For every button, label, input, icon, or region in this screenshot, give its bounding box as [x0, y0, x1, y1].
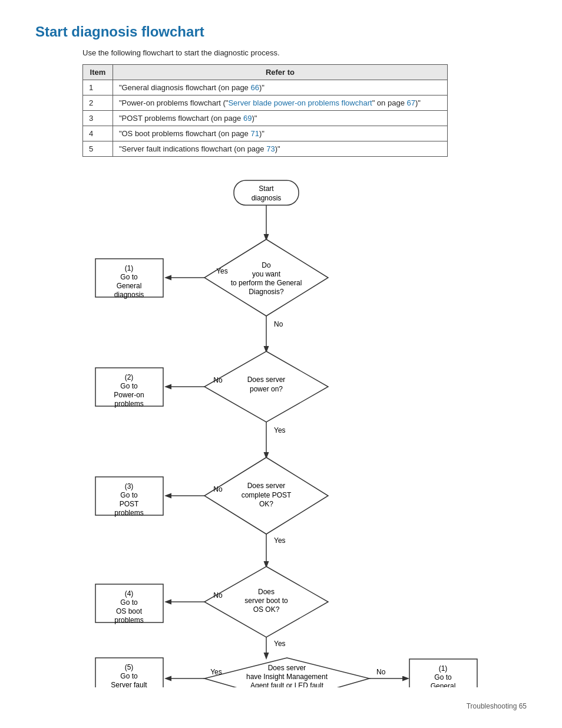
svg-text:General: General: [431, 682, 456, 687]
page-title: Start diagnosis flowchart: [35, 24, 527, 40]
no-label5: No: [376, 668, 386, 676]
svg-text:server boot to: server boot to: [244, 597, 288, 605]
item-refer: "Power-on problems flowchart ("Server bl…: [113, 95, 447, 111]
item-number: 3: [83, 111, 113, 126]
svg-text:(4): (4): [125, 589, 134, 598]
svg-text:(2): (2): [125, 373, 134, 381]
svg-text:POST: POST: [120, 500, 139, 508]
no-label2: No: [213, 376, 223, 384]
yes-label4: Yes: [274, 640, 286, 648]
svg-text:OS boot: OS boot: [116, 607, 143, 615]
item-refer: "POST problems flowchart (on page 69)": [113, 111, 447, 126]
start-label2: diagnosis: [252, 194, 282, 202]
page-link[interactable]: Server blade power-on problems flowchart: [228, 98, 372, 107]
page-link-2[interactable]: 67: [406, 98, 415, 107]
intro-text: Use the following flowchart to start the…: [82, 48, 527, 57]
page-link[interactable]: 71: [250, 129, 259, 138]
svg-text:power on?: power on?: [250, 385, 283, 393]
item-number: 5: [83, 141, 113, 157]
svg-text:to perform the General: to perform the General: [231, 279, 302, 287]
svg-text:complete POST: complete POST: [242, 491, 292, 499]
svg-text:have Insight Management: have Insight Management: [246, 673, 328, 681]
yes-label2: Yes: [274, 426, 286, 434]
svg-text:problems: problems: [114, 616, 143, 624]
item-number: 1: [83, 80, 113, 95]
svg-text:you want: you want: [252, 270, 281, 278]
item-number: 2: [83, 95, 113, 111]
start-label: Start: [259, 185, 274, 193]
table-row: 5 "Server fault indications flowchart (o…: [83, 141, 448, 157]
svg-text:Does: Does: [258, 588, 275, 596]
svg-text:(1): (1): [439, 664, 448, 673]
no-label: No: [274, 320, 283, 328]
svg-text:(5): (5): [125, 663, 134, 671]
svg-text:Does server: Does server: [268, 664, 306, 672]
table-row: 3 "POST problems flowchart (on page 69)": [83, 111, 448, 126]
svg-text:Diagnosis?: Diagnosis?: [249, 288, 284, 296]
svg-text:(3): (3): [125, 482, 134, 490]
svg-text:(1): (1): [125, 264, 134, 272]
svg-text:Agent fault or LED fault: Agent fault or LED fault: [250, 681, 324, 687]
no-label3: No: [213, 485, 223, 493]
svg-text:Power-on: Power-on: [114, 391, 144, 399]
svg-text:OK?: OK?: [259, 500, 273, 508]
svg-text:Go to: Go to: [120, 672, 138, 680]
svg-text:Does server: Does server: [247, 375, 286, 384]
item-number: 4: [83, 126, 113, 141]
svg-text:Does server: Does server: [247, 482, 286, 490]
svg-text:Go to: Go to: [120, 491, 138, 499]
col-header-item: Item: [83, 65, 113, 80]
svg-text:Server fault: Server fault: [111, 681, 147, 687]
svg-text:Go to: Go to: [120, 598, 138, 607]
table-row: 1 "General diagnosis flowchart (on page …: [83, 80, 448, 95]
svg-text:Go to: Go to: [120, 382, 138, 390]
yes-label: Yes: [216, 267, 228, 275]
table-row: 2 "Power-on problems flowchart ("Server …: [83, 95, 448, 111]
svg-text:problems: problems: [114, 400, 143, 408]
no-label4: No: [213, 591, 223, 599]
svg-text:OS OK?: OS OK?: [253, 605, 280, 614]
footer-text: Troubleshooting 65: [467, 702, 527, 710]
svg-text:Go to: Go to: [434, 673, 452, 681]
page-link[interactable]: 69: [243, 114, 252, 123]
page-link[interactable]: 66: [250, 83, 259, 92]
svg-text:diagnosis: diagnosis: [114, 291, 144, 299]
item-refer: "Server fault indications flowchart (on …: [113, 141, 447, 157]
table-row: 4 "OS boot problems flowchart (on page 7…: [83, 126, 448, 141]
yes-label3: Yes: [274, 536, 286, 545]
svg-text:problems: problems: [114, 509, 143, 517]
svg-text:Do: Do: [262, 261, 271, 269]
item-refer: "OS boot problems flowchart (on page 71)…: [113, 126, 447, 141]
col-header-refer: Refer to: [113, 65, 447, 80]
item-refer: "General diagnosis flowchart (on page 66…: [113, 80, 447, 95]
svg-text:Go to: Go to: [120, 273, 138, 281]
flowchart: Start diagnosis Do you want to perform t…: [39, 174, 523, 687]
page-link[interactable]: 73: [266, 144, 275, 153]
svg-text:General: General: [117, 282, 142, 290]
reference-table: Item Refer to 1 "General diagnosis flowc…: [82, 64, 448, 157]
yes-label5: Yes: [210, 668, 222, 676]
